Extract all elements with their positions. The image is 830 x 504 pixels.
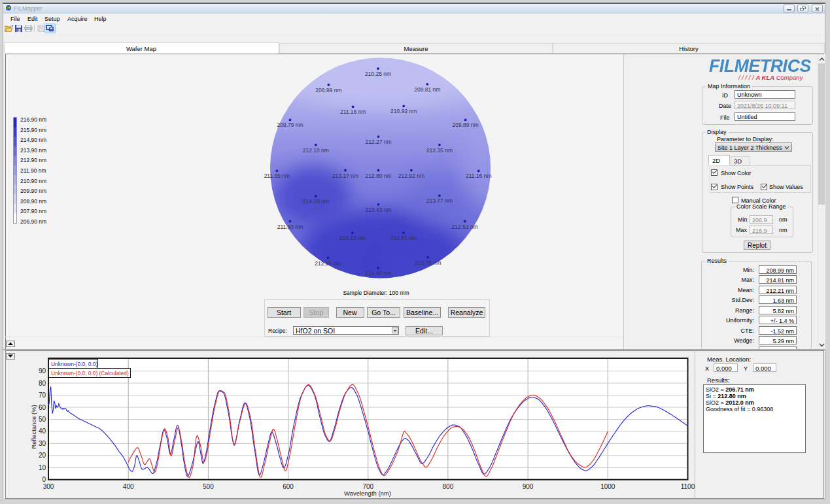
svg-text:80: 80	[39, 380, 46, 387]
svg-text:30: 30	[39, 440, 46, 447]
svg-text:209.89 nm: 209.89 nm	[453, 122, 479, 128]
svg-text:Unknown-(0.0, 0.0) (Calculated: Unknown-(0.0, 0.0) (Calculated)	[51, 370, 129, 377]
svg-text:Reflectance (%): Reflectance (%)	[30, 405, 37, 449]
svg-text:213.76 nm: 213.76 nm	[415, 260, 441, 266]
svg-text:212.10 nm: 212.10 nm	[303, 147, 329, 154]
svg-text:210.92 nm: 210.92 nm	[390, 108, 417, 114]
svg-text:214.81 nm: 214.81 nm	[390, 235, 417, 241]
svg-text:800: 800	[443, 483, 454, 490]
svg-text:212.80 nm: 212.80 nm	[365, 173, 391, 179]
svg-text:209.79 nm: 209.79 nm	[277, 122, 303, 128]
svg-text:500: 500	[203, 483, 214, 490]
svg-text:212.27 nm: 212.27 nm	[365, 139, 391, 145]
svg-text:900: 900	[523, 483, 534, 490]
svg-text:210.25 nm: 210.25 nm	[365, 71, 391, 77]
svg-text:212.35 nm: 212.35 nm	[426, 147, 453, 154]
svg-text:213.77 nm: 213.77 nm	[426, 197, 453, 204]
svg-text:213.43 nm: 213.43 nm	[365, 207, 391, 213]
svg-text:50: 50	[39, 416, 46, 423]
svg-text:Wavelength (nm): Wavelength (nm)	[344, 490, 391, 497]
svg-text:0: 0	[42, 476, 46, 483]
svg-text:1100: 1100	[681, 483, 695, 490]
svg-text:10: 10	[39, 464, 46, 471]
svg-text:209.81 nm: 209.81 nm	[414, 86, 440, 93]
svg-text:208.99 nm: 208.99 nm	[315, 87, 341, 93]
svg-text:60: 60	[39, 404, 46, 411]
svg-text:211.16 nm: 211.16 nm	[340, 109, 366, 115]
svg-text:300: 300	[43, 483, 54, 490]
svg-text:40: 40	[39, 428, 46, 435]
svg-text:400: 400	[123, 483, 134, 490]
svg-text:214.13 nm: 214.13 nm	[339, 235, 366, 241]
svg-text:214.28 nm: 214.28 nm	[303, 198, 329, 205]
svg-text:70: 70	[39, 392, 46, 399]
svg-text:212.85 nm: 212.85 nm	[315, 260, 341, 267]
svg-text:Unknown-(0.0, 0.0): Unknown-(0.0, 0.0)	[51, 361, 97, 367]
svg-text:211.16 nm: 211.16 nm	[466, 173, 492, 179]
svg-text:90: 90	[39, 367, 46, 375]
svg-text:213.17 nm: 213.17 nm	[332, 173, 358, 179]
svg-text:20: 20	[39, 452, 46, 459]
svg-text:211.93 nm: 211.93 nm	[277, 224, 303, 230]
svg-text:212.92 nm: 212.92 nm	[398, 173, 424, 179]
svg-text:1000: 1000	[600, 483, 615, 490]
svg-text:211.65 nm: 211.65 nm	[264, 173, 290, 179]
svg-text:212.52 nm: 212.52 nm	[452, 224, 478, 230]
svg-text:214.46 nm: 214.46 nm	[365, 270, 391, 277]
svg-text:600: 600	[283, 483, 294, 490]
